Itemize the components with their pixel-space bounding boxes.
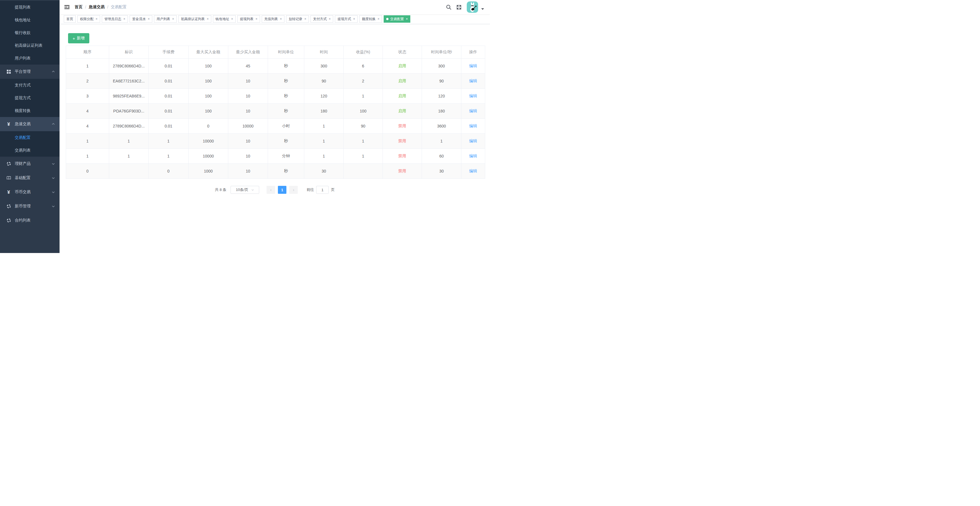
goto-page-input[interactable] [316, 186, 329, 194]
next-page-button[interactable]: › [289, 186, 298, 194]
fullscreen-icon[interactable] [456, 4, 462, 10]
table-cell: 90 [344, 119, 383, 134]
tag-item[interactable]: 支付方式× [310, 15, 333, 23]
table-cell: 秒 [268, 74, 304, 89]
avatar[interactable] [467, 2, 478, 13]
tag-item[interactable]: 交易配置× [383, 15, 410, 23]
tag-item[interactable]: 资金流水× [130, 15, 152, 23]
sidebar-item[interactable]: 基础配置 [0, 171, 60, 185]
tag-item[interactable]: 首页 [64, 15, 76, 23]
current-page-button[interactable]: 1 [278, 186, 286, 194]
table-cell: 小时 [268, 119, 304, 134]
add-button-label: 新增 [77, 36, 85, 41]
tag-item[interactable]: 权限分配× [77, 15, 100, 23]
tag-item[interactable]: 用户列表× [154, 15, 177, 23]
close-icon[interactable]: × [95, 17, 97, 21]
breadcrumb-item[interactable]: 急速交易 [89, 5, 105, 10]
table-cell: 2789C8066D4D... [109, 119, 149, 134]
sidebar-item[interactable]: 支付方式 [0, 79, 60, 92]
table-cell: 秒 [268, 134, 304, 149]
close-icon[interactable]: × [231, 17, 233, 21]
sidebar-item[interactable]: 初高级认证列表 [0, 39, 60, 52]
tag-label: 提现方式 [337, 17, 351, 22]
close-icon[interactable]: × [280, 17, 282, 21]
table-cell: 2789C8066D4D... [109, 59, 149, 74]
sidebar-item[interactable]: 额度转换 [0, 104, 60, 117]
edit-link[interactable]: 编辑 [469, 154, 477, 158]
sidebar-item-label: 用户列表 [15, 56, 30, 60]
close-icon[interactable]: × [304, 17, 306, 21]
sidebar-item[interactable]: 平台管理 [0, 65, 60, 79]
sidebar-item[interactable]: 银行收款 [0, 26, 60, 39]
table-row: 1111000010秒11禁用1编辑 [66, 134, 485, 149]
sidebar-item[interactable]: ¥币币交易 [0, 185, 60, 199]
close-icon[interactable]: × [406, 17, 408, 21]
close-icon[interactable]: × [353, 17, 355, 21]
table-cell: 10 [228, 89, 268, 104]
close-icon[interactable]: × [256, 17, 258, 21]
column-header: 时间单位/秒 [422, 46, 461, 59]
edit-link[interactable]: 编辑 [469, 108, 477, 113]
sidebar-item[interactable]: 交易配置 [0, 131, 60, 144]
table-cell: 0.01 [149, 89, 189, 104]
table-cell: 1 [149, 134, 189, 149]
navbar: 首页/急速交易/交易配置 [60, 0, 490, 14]
table-cell: 编辑 [461, 74, 485, 89]
tag-item[interactable]: 提现列表× [237, 15, 260, 23]
tag-item[interactable]: 提现方式× [335, 15, 358, 23]
tag-item[interactable]: 充值列表× [262, 15, 285, 23]
tag-item[interactable]: 管理员日志× [102, 15, 128, 23]
caret-down-icon[interactable] [481, 4, 484, 11]
table-cell: 编辑 [461, 149, 485, 164]
column-header: 时间 [304, 46, 344, 59]
tag-label: 初高级认证列表 [181, 17, 205, 22]
search-icon[interactable] [446, 4, 452, 10]
close-icon[interactable]: × [123, 17, 125, 21]
table-row: 12789C8066D4D...0.0110045秒3006启用300编辑 [66, 59, 485, 74]
edit-link[interactable]: 编辑 [469, 138, 477, 143]
hamburger-icon[interactable] [64, 4, 70, 10]
close-icon[interactable]: × [329, 17, 331, 21]
add-button[interactable]: + 新增 [68, 33, 89, 43]
table-row: 00100010秒30禁用30编辑 [66, 164, 485, 179]
sidebar-item[interactable]: 提现列表 [0, 1, 60, 14]
sidebar-item[interactable]: 理财产品 [0, 157, 60, 171]
edit-link[interactable]: 编辑 [469, 78, 477, 83]
tag-label: 管理员日志 [104, 17, 121, 22]
tag-item[interactable]: 划转记录× [286, 15, 309, 23]
active-dot [386, 18, 388, 20]
close-icon[interactable]: × [377, 17, 379, 21]
page-size-select[interactable]: 10条/页 [231, 186, 259, 194]
table-cell: 1 [66, 134, 109, 149]
pagination: 共 8 条 10条/页 ‹ 1 › 前往 页 [66, 186, 484, 194]
sidebar-item[interactable]: 钱包地址 [0, 14, 60, 26]
breadcrumb-item[interactable]: 首页 [75, 5, 83, 10]
table-row: 1111000010分钟11禁用60编辑 [66, 149, 485, 164]
table-cell: 1 [304, 149, 344, 164]
sidebar-item[interactable]: 用户列表 [0, 52, 60, 65]
sidebar-item[interactable]: 新币管理 [0, 199, 60, 213]
close-icon[interactable]: × [207, 17, 209, 21]
edit-link[interactable]: 编辑 [469, 94, 477, 98]
tag-item[interactable]: 钱包地址× [213, 15, 235, 23]
prev-page-button[interactable]: ‹ [267, 186, 275, 194]
edit-link[interactable]: 编辑 [469, 124, 477, 128]
table-cell: 1 [344, 149, 383, 164]
tag-item[interactable]: 额度转换× [359, 15, 382, 23]
close-icon[interactable]: × [172, 17, 174, 21]
status-badge: 禁用 [383, 134, 422, 149]
sidebar-item[interactable]: 提现方式 [0, 92, 60, 104]
edit-link[interactable]: 编辑 [469, 63, 477, 68]
close-icon[interactable]: × [148, 17, 150, 21]
sidebar-item-label: 基础配置 [15, 175, 30, 181]
sidebar-item[interactable]: 合约列表 [0, 213, 60, 227]
table-cell: 98925FEAB6E9... [109, 89, 149, 104]
sidebar-item[interactable]: 交易列表 [0, 144, 60, 157]
sidebar-item[interactable]: ¥急速交易 [0, 117, 60, 131]
table-cell: 180 [304, 104, 344, 119]
table-cell: 45 [228, 59, 268, 74]
edit-link[interactable]: 编辑 [469, 168, 477, 173]
table-cell: 1 [109, 149, 149, 164]
content: + 新增 顺序标识手续费最大买入金额最少买入金额时间单位时间收益(%)状态时间单… [60, 24, 490, 253]
tag-item[interactable]: 初高级认证列表× [178, 15, 211, 23]
